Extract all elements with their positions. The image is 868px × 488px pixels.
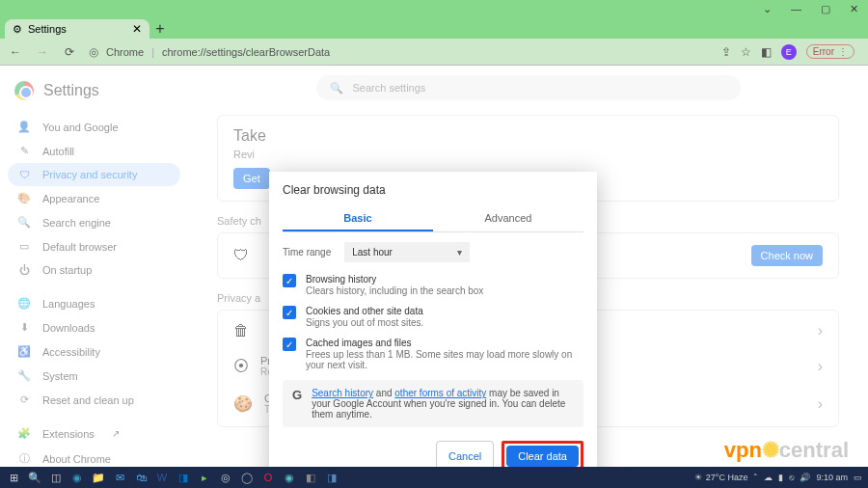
window-maximize[interactable]: ▢ bbox=[821, 3, 830, 15]
app5-icon[interactable]: ◨ bbox=[324, 470, 339, 485]
time-range-label: Time range bbox=[283, 247, 331, 258]
chrome-icon: ◎ bbox=[89, 45, 98, 59]
wifi-icon[interactable]: ⎋ bbox=[789, 473, 794, 482]
search-settings[interactable]: 🔍 Search settings bbox=[316, 75, 741, 100]
tab-advanced[interactable]: Advanced bbox=[433, 206, 583, 231]
mail-icon[interactable]: ✉ bbox=[112, 470, 127, 485]
cloud-icon[interactable]: ☁ bbox=[764, 473, 773, 482]
reset-icon: ⟳ bbox=[17, 393, 31, 406]
app4-icon[interactable]: ◧ bbox=[303, 470, 318, 485]
forward-button[interactable]: → bbox=[35, 45, 50, 59]
weather-widget[interactable]: ☀ 27°C Haze bbox=[694, 473, 748, 482]
extensions-icon[interactable]: ◧ bbox=[761, 45, 772, 59]
checkbox-cache[interactable]: ✓ bbox=[283, 338, 296, 351]
outlook-icon[interactable]: ◨ bbox=[176, 470, 191, 485]
dialog-title: Clear browsing data bbox=[283, 183, 583, 197]
watermark: vpn✺central bbox=[724, 438, 849, 463]
new-tab-button[interactable]: + bbox=[149, 19, 171, 39]
sidebar-item-reset[interactable]: ⟳Reset and clean up bbox=[8, 388, 180, 412]
search-icon: 🔍 bbox=[17, 216, 31, 229]
google-icon: G bbox=[292, 388, 302, 420]
app2-icon[interactable]: ◯ bbox=[239, 470, 255, 485]
url-label: Chrome bbox=[106, 46, 144, 58]
activity-link[interactable]: other forms of activity bbox=[394, 388, 486, 398]
back-button[interactable]: ← bbox=[8, 45, 23, 59]
browser-icon: ▭ bbox=[17, 240, 31, 253]
chevron-right-icon: › bbox=[818, 322, 823, 339]
tab-basic[interactable]: Basic bbox=[283, 206, 433, 231]
notifications-icon[interactable]: ▭ bbox=[854, 473, 862, 482]
window-close[interactable]: ✕ bbox=[850, 3, 858, 15]
palette-icon: 🎨 bbox=[17, 192, 31, 204]
checkbox-history[interactable]: ✓ bbox=[283, 274, 296, 287]
chrome-taskbar-icon[interactable]: ◎ bbox=[218, 470, 233, 485]
search-icon: 🔍 bbox=[330, 82, 343, 95]
search-placeholder: Search settings bbox=[353, 82, 426, 94]
bookmark-icon[interactable]: ☆ bbox=[741, 45, 751, 59]
tab-close-icon[interactable]: ✕ bbox=[132, 22, 142, 36]
target-icon: ⦿ bbox=[233, 358, 249, 375]
gear-icon: ⚙ bbox=[13, 23, 22, 36]
sidebar-item-search[interactable]: 🔍Search engine bbox=[8, 210, 180, 234]
check-now-button[interactable]: Check now bbox=[751, 245, 823, 266]
sidebar-item-default-browser[interactable]: ▭Default browser bbox=[8, 234, 180, 258]
explorer-icon[interactable]: 📁 bbox=[91, 470, 106, 485]
sidebar-item-startup[interactable]: ⏻On startup bbox=[8, 258, 180, 282]
start-icon[interactable]: ⊞ bbox=[6, 470, 21, 485]
search-history-link[interactable]: Search history bbox=[312, 388, 373, 398]
clock[interactable]: 9:10 am bbox=[816, 473, 848, 482]
checkbox-cookies[interactable]: ✓ bbox=[283, 306, 296, 319]
word-icon[interactable]: W bbox=[154, 470, 170, 485]
caret-down-icon[interactable]: ⌄ bbox=[763, 3, 772, 15]
sidebar: 👤You and Google ✎Autofill 🛡Privacy and s… bbox=[0, 115, 188, 472]
battery-icon[interactable]: ▮ bbox=[778, 473, 783, 482]
tab-title: Settings bbox=[28, 23, 67, 35]
edge-icon[interactable]: ◉ bbox=[69, 470, 85, 485]
sidebar-item-system[interactable]: 🔧System bbox=[8, 364, 180, 388]
time-range-select[interactable]: Last hour ▾ bbox=[344, 242, 470, 262]
external-icon: ↗ bbox=[112, 428, 120, 439]
app-icon[interactable]: ▸ bbox=[197, 470, 212, 485]
page-title: Settings bbox=[43, 82, 99, 99]
sidebar-item-languages[interactable]: 🌐Languages bbox=[8, 291, 180, 315]
download-icon: ⬇ bbox=[17, 321, 31, 334]
shield-check-icon: 🛡 bbox=[233, 247, 249, 264]
power-icon: ⏻ bbox=[17, 264, 31, 276]
globe-icon: 🌐 bbox=[17, 297, 31, 310]
clear-data-button[interactable]: Clear data bbox=[506, 446, 579, 467]
chrome-logo bbox=[14, 81, 34, 100]
reload-button[interactable]: ⟳ bbox=[62, 45, 77, 59]
search-icon[interactable]: 🔍 bbox=[27, 470, 42, 485]
store-icon[interactable]: 🛍 bbox=[133, 470, 149, 485]
sidebar-item-downloads[interactable]: ⬇Downloads bbox=[8, 315, 180, 339]
url-text[interactable]: chrome://settings/clearBrowserData bbox=[162, 46, 330, 58]
get-button[interactable]: Get bbox=[233, 168, 270, 189]
window-minimize[interactable]: — bbox=[791, 3, 801, 14]
sidebar-item-autofill[interactable]: ✎Autofill bbox=[8, 139, 180, 163]
share-icon[interactable]: ⇪ bbox=[721, 45, 731, 59]
sidebar-item-appearance[interactable]: 🎨Appearance bbox=[8, 186, 180, 210]
sun-icon: ☀ bbox=[694, 473, 702, 482]
sidebar-item-extensions[interactable]: 🧩Extensions↗ bbox=[8, 421, 180, 446]
cookie-icon: 🍪 bbox=[233, 394, 253, 413]
info-box: G Search history and other forms of acti… bbox=[283, 380, 583, 427]
trash-icon: 🗑 bbox=[233, 322, 249, 339]
chevron-right-icon: › bbox=[818, 395, 823, 413]
info-icon: ⓘ bbox=[17, 451, 31, 466]
sidebar-item-you[interactable]: 👤You and Google bbox=[8, 115, 180, 139]
browser-tab[interactable]: ⚙ Settings ✕ bbox=[5, 19, 149, 39]
accessibility-icon: ♿ bbox=[17, 345, 31, 358]
chevron-down-icon: ▾ bbox=[457, 247, 462, 258]
sidebar-item-privacy[interactable]: 🛡Privacy and security bbox=[8, 163, 180, 186]
clear-browsing-data-dialog: Clear browsing data Basic Advanced Time … bbox=[269, 172, 597, 485]
tray-up-icon[interactable]: ˄ bbox=[753, 473, 758, 482]
opera-icon[interactable]: O bbox=[260, 470, 276, 485]
app3-icon[interactable]: ◉ bbox=[282, 470, 297, 485]
taskview-icon[interactable]: ◫ bbox=[48, 470, 64, 485]
sidebar-item-accessibility[interactable]: ♿Accessibility bbox=[8, 339, 180, 364]
avatar[interactable]: E bbox=[781, 44, 797, 60]
taskbar[interactable]: ⊞ 🔍 ◫ ◉ 📁 ✉ 🛍 W ◨ ▸ ◎ ◯ O ◉ ◧ ◨ ☀ 27°C H… bbox=[0, 467, 868, 488]
error-chip[interactable]: Error⋮ bbox=[806, 44, 854, 59]
person-icon: 👤 bbox=[17, 121, 31, 133]
sound-icon[interactable]: 🔊 bbox=[800, 473, 810, 482]
